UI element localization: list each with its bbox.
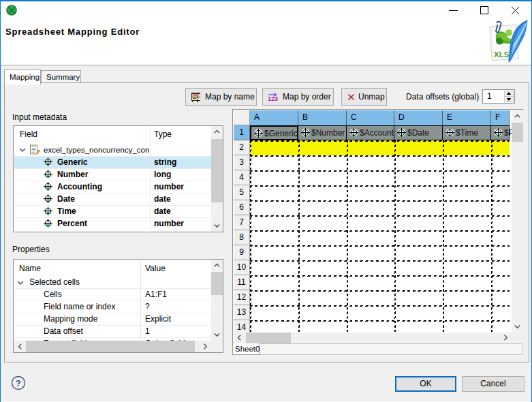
svg-text:?: ?	[16, 378, 21, 388]
svg-text:123: 123	[268, 95, 278, 102]
svg-text:XLS: XLS	[494, 50, 510, 59]
